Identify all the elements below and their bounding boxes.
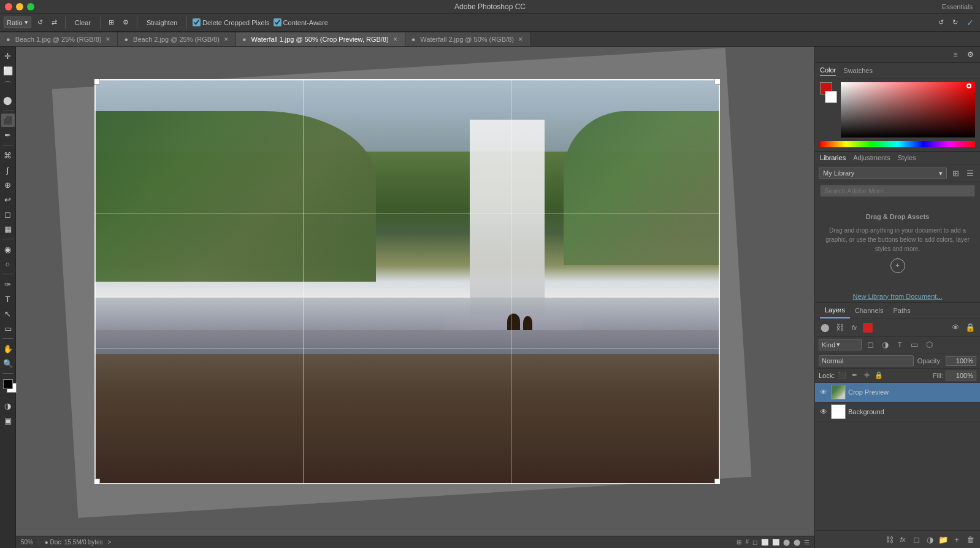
color-hue-bar[interactable] [820,141,975,147]
confirm-crop-button[interactable]: ✓ [964,17,976,29]
add-link-icon[interactable]: ⛓ [883,533,895,546]
doc-info-arrow[interactable]: > [108,539,112,546]
tab-waterfall1[interactable]: ● Waterfall 1.jpg @ 50% (Crop Preview, R… [236,33,405,46]
filter-smart-icon[interactable]: ⬡ [923,339,935,351]
lock-transparency-icon[interactable]: ⬛ [837,371,847,380]
rotate-icon-btn[interactable]: ↺ [35,17,45,28]
layer-row-crop-preview[interactable]: 👁 Crop Preview [815,383,980,403]
crop-tool[interactable]: ⬛ [1,114,15,127]
tab-layers[interactable]: Layers [820,303,850,318]
layers-kind-dropdown[interactable]: Kind ▾ [819,339,862,350]
spot-heal-tool[interactable]: ⌘ [1,149,15,162]
pen-tool[interactable]: ✑ [1,277,15,291]
move-tool[interactable]: ✛ [1,49,15,63]
background-color-swatch[interactable] [825,91,837,103]
layer-row-background[interactable]: 👁 Background [815,403,980,422]
library-search-input[interactable] [820,185,975,197]
tab-beach2[interactable]: ● Beach 2.jpg @ 25% (RGB/8) ✕ [118,33,235,46]
clone-tool[interactable]: ⊕ [1,178,15,191]
layers-mask-icon[interactable] [863,323,873,333]
blur-tool[interactable]: ◉ [1,242,15,256]
quick-mask-icon[interactable]: ◑ [1,399,15,412]
filter-pixel-icon[interactable]: ◻ [864,339,876,351]
history-brush-tool[interactable]: ↩ [1,193,15,206]
content-aware-checkbox[interactable]: Content-Aware [274,18,328,26]
tab-color[interactable]: Color [820,65,836,75]
layers-filter-icon[interactable]: ⬤ [819,322,831,334]
zoom-tool[interactable]: 🔍 [1,357,15,370]
minimize-button[interactable] [16,3,23,10]
add-group-icon[interactable]: 📁 [937,533,949,546]
layers-lock-all-icon[interactable]: 🔒 [964,322,976,334]
screen-mode-icon[interactable]: ▣ [1,414,15,427]
panel-icon-layers[interactable]: ≡ [949,48,962,61]
tab-styles[interactable]: Styles [898,154,916,161]
color-spectrum-container[interactable] [841,82,975,137]
eraser-tool[interactable]: ◻ [1,207,15,221]
tab-channels[interactable]: Channels [850,303,888,318]
redo-icon[interactable]: ↻ [950,17,960,28]
flip-icon-btn[interactable]: ⇄ [49,17,59,28]
fill-value[interactable]: 100% [946,371,976,380]
brush-tool[interactable]: ∫ [1,163,15,177]
eyedropper-tool[interactable]: ✒ [1,128,15,142]
panel-icon-settings[interactable]: ⚙ [964,48,976,61]
blend-mode-dropdown[interactable]: Normal [819,355,914,366]
library-add-button[interactable]: + [890,258,905,273]
straighten-button[interactable]: Straighten [143,18,181,28]
settings-icon[interactable]: ⚙ [120,17,131,28]
tab-beach1-close[interactable]: ✕ [105,36,111,42]
layer-visibility-bg[interactable]: 👁 [819,407,829,417]
tab-waterfall1-close[interactable]: ✕ [392,36,399,42]
gradient-tool[interactable]: ▦ [1,222,15,236]
type-tool[interactable]: T [1,292,15,306]
layers-fx-icon[interactable]: fx [848,322,860,334]
path-select-tool[interactable]: ↖ [1,307,15,320]
add-adjustment-icon[interactable]: ◑ [924,533,936,546]
add-mask-icon[interactable]: ◻ [910,533,922,546]
canvas-container[interactable] [16,47,814,536]
essentials-label[interactable]: Essentials [942,3,973,10]
lasso-tool[interactable]: ⌒ [1,79,15,92]
delete-layer-icon[interactable]: 🗑 [964,533,976,546]
color-swatches[interactable] [3,379,13,389]
ratio-dropdown[interactable]: Ratio ▾ [4,17,31,28]
library-grid-view[interactable]: ⊞ [949,167,962,179]
library-list-view[interactable]: ☰ [964,167,976,179]
opacity-value[interactable]: 100% [946,356,976,366]
tab-libraries[interactable]: Libraries [820,154,846,161]
tab-paths[interactable]: Paths [889,303,916,318]
tab-adjustments[interactable]: Adjustments [853,154,890,161]
add-fx-icon[interactable]: fx [897,533,909,546]
undo-icon[interactable]: ↺ [936,17,946,28]
tab-waterfall2-close[interactable]: ✕ [518,36,524,42]
lock-all-icon[interactable]: 🔒 [874,371,884,380]
filter-adjust-icon[interactable]: ◑ [879,339,891,351]
layers-link-icon[interactable]: ⛓ [833,322,846,334]
shape-tool[interactable]: ▭ [1,322,15,335]
lock-position-icon[interactable]: ✛ [862,371,871,380]
tab-beach1[interactable]: ● Beach 1.jpg @ 25% (RGB/8) ✕ [0,33,118,46]
library-dropdown[interactable]: My Library ▾ [819,168,947,179]
delete-cropped-checkbox[interactable]: Delete Cropped Pixels [193,18,269,26]
tab-swatches[interactable]: Swatches [843,66,873,75]
grid-icon[interactable]: ⊞ [106,17,117,28]
layers-show-icon[interactable]: 👁 [949,322,962,334]
lock-paint-icon[interactable]: ✒ [849,371,859,380]
tab-beach2-close[interactable]: ✕ [223,36,229,42]
new-library-link[interactable]: New Library from Document... [815,290,980,303]
close-button[interactable] [5,3,12,10]
hand-tool[interactable]: ✋ [1,342,15,355]
quick-select-tool[interactable]: ⬤ [1,93,15,107]
tab-waterfall2[interactable]: ● Waterfall 2.jpg @ 50% (RGB/8) ✕ [405,33,530,46]
layer-visibility-crop[interactable]: 👁 [819,387,829,397]
marquee-tool[interactable]: ⬜ [1,64,15,77]
foreground-swatch[interactable] [3,379,13,389]
filter-type-icon[interactable]: T [894,339,906,351]
dodge-tool[interactable]: ○ [1,257,15,271]
clear-button[interactable]: Clear [71,18,94,28]
maximize-button[interactable] [27,3,34,10]
color-spectrum[interactable] [841,82,975,137]
filter-shape-icon[interactable]: ▭ [908,339,921,351]
add-layer-icon[interactable]: + [951,533,963,546]
